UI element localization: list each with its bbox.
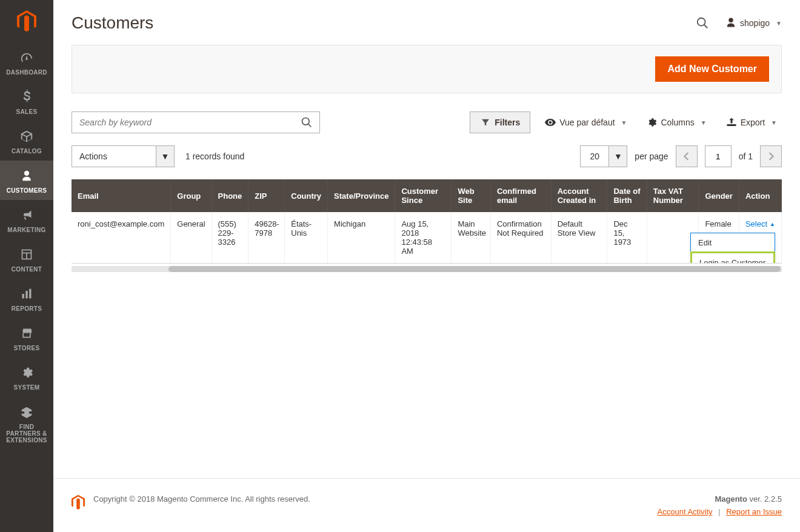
sidebar-item-catalog[interactable]: CATALOG (0, 121, 53, 161)
sidebar-item-content[interactable]: CONTENT (0, 239, 53, 279)
svg-line-7 (704, 25, 708, 28)
filters-button[interactable]: Filters (470, 111, 530, 133)
col-vat[interactable]: Tax VAT Number (647, 179, 699, 212)
cell-website: Main Website (452, 212, 491, 263)
table-row[interactable]: roni_cost@example.com General (555) 229-… (72, 212, 782, 263)
horizontal-scrollbar[interactable] (72, 266, 782, 272)
svg-line-9 (308, 124, 312, 127)
export-dropdown[interactable]: Export ▼ (721, 111, 782, 133)
col-group[interactable]: Group (171, 179, 212, 212)
sidebar: DASHBOARD SALES CATALOG CUSTOMERS MARKET… (0, 0, 53, 532)
page-input[interactable] (705, 145, 732, 167)
sidebar-item-reports[interactable]: REPORTS (0, 279, 53, 318)
chevron-down-icon: ▼ (608, 146, 627, 167)
gear-icon (646, 117, 657, 128)
chevron-down-icon: ▼ (776, 20, 782, 27)
user-menu[interactable]: shopigo ▼ (725, 17, 782, 30)
search-input[interactable] (72, 112, 294, 133)
col-gender[interactable]: Gender (699, 179, 739, 212)
col-country[interactable]: Country (285, 179, 328, 212)
puzzle-icon (19, 404, 35, 420)
svg-rect-3 (22, 294, 24, 299)
cell-group: General (171, 212, 212, 263)
cell-country: États-Unis (285, 212, 328, 263)
account-activity-link[interactable]: Account Activity (658, 507, 713, 516)
box-icon (19, 128, 35, 144)
per-page-value: 20 (581, 146, 608, 167)
action-login-as-customer[interactable]: Login as Customer (690, 251, 775, 264)
action-edit[interactable]: Edit (691, 233, 775, 252)
store-icon (19, 325, 35, 341)
gear-icon (19, 365, 35, 381)
footer-version: ver. 2.2.5 (747, 494, 782, 504)
sidebar-item-marketing[interactable]: MARKETING (0, 200, 53, 239)
col-confirmed[interactable]: Confirmed email (490, 179, 551, 212)
col-phone[interactable]: Phone (212, 179, 248, 212)
default-view-label: Vue par défaut (559, 118, 615, 127)
row-action-select[interactable]: Select ▲ (745, 219, 775, 228)
sidebar-item-customers[interactable]: CUSTOMERS (0, 161, 53, 200)
action-bar: Add New Customer (72, 45, 782, 93)
search-icon[interactable] (692, 12, 713, 34)
mass-actions-dropdown[interactable]: Actions ▼ (72, 145, 175, 167)
svg-rect-5 (29, 289, 31, 299)
sidebar-item-system[interactable]: SYSTEM (0, 357, 53, 397)
col-since[interactable]: Customer Since (395, 179, 452, 212)
bars-icon (19, 286, 35, 302)
separator: | (718, 507, 720, 516)
table-header-row: Email Group Phone ZIP Country State/Prov… (72, 179, 782, 212)
cell-confirmed: Confirmation Not Required (490, 212, 551, 263)
col-state[interactable]: State/Province (328, 179, 395, 212)
next-page-button[interactable] (760, 145, 782, 167)
scrollbar-thumb[interactable] (168, 266, 781, 272)
user-name: shopigo (740, 18, 770, 28)
col-zip[interactable]: ZIP (248, 179, 285, 212)
default-view-dropdown[interactable]: Vue par défaut ▼ (540, 111, 632, 133)
sidebar-label: FIND PARTNERS & EXTENSIONS (2, 424, 51, 444)
chevron-up-icon: ▲ (770, 221, 775, 227)
search-button[interactable] (294, 112, 319, 133)
row-action-menu: Edit Login as Customer (690, 233, 775, 264)
col-email[interactable]: Email (72, 179, 171, 212)
export-icon (726, 117, 737, 128)
col-created-in[interactable]: Account Created in (551, 179, 607, 212)
gauge-icon (19, 50, 35, 65)
keyword-search (72, 111, 320, 133)
megaphone-icon (19, 207, 35, 223)
sidebar-item-dashboard[interactable]: DASHBOARD (0, 42, 53, 82)
sidebar-label: STORES (14, 345, 40, 351)
cell-dob: Dec 15, 1973 (607, 212, 647, 263)
columns-dropdown[interactable]: Columns ▼ (641, 111, 711, 133)
prev-page-button[interactable] (676, 145, 698, 167)
sidebar-label: CATALOG (12, 148, 42, 155)
layout-icon (19, 247, 35, 262)
report-issue-link[interactable]: Report an Issue (726, 507, 782, 516)
col-dob[interactable]: Date of Birth (607, 179, 647, 212)
actions-label: Actions (72, 146, 156, 167)
chevron-down-icon: ▼ (701, 119, 707, 126)
magento-logo[interactable] (0, 0, 53, 42)
cell-state: Michigan (328, 212, 395, 263)
sidebar-item-sales[interactable]: SALES (0, 82, 53, 121)
customers-table: Email Group Phone ZIP Country State/Prov… (72, 179, 782, 264)
sidebar-item-stores[interactable]: STORES (0, 318, 53, 357)
chevron-down-icon: ▼ (621, 119, 627, 126)
add-customer-button[interactable]: Add New Customer (655, 56, 769, 82)
select-label: Select (745, 219, 767, 228)
sidebar-item-partners[interactable]: FIND PARTNERS & EXTENSIONS (0, 397, 53, 450)
records-count: 1 records found (185, 151, 244, 161)
export-label: Export (741, 118, 765, 127)
filters-label: Filters (495, 118, 520, 127)
chevron-down-icon: ▼ (156, 146, 174, 167)
per-page-label: per page (635, 151, 668, 161)
eye-icon (545, 117, 556, 128)
sidebar-label: DASHBOARD (6, 69, 47, 76)
footer-brand: Magento (715, 494, 747, 504)
col-website[interactable]: Web Site (452, 179, 491, 212)
columns-label: Columns (661, 118, 694, 127)
sidebar-label: REPORTS (12, 305, 42, 312)
cell-zip: 49628-7978 (248, 212, 285, 263)
dollar-icon (19, 89, 35, 105)
per-page-dropdown[interactable]: 20 ▼ (580, 145, 627, 167)
sidebar-label: CUSTOMERS (7, 187, 47, 194)
